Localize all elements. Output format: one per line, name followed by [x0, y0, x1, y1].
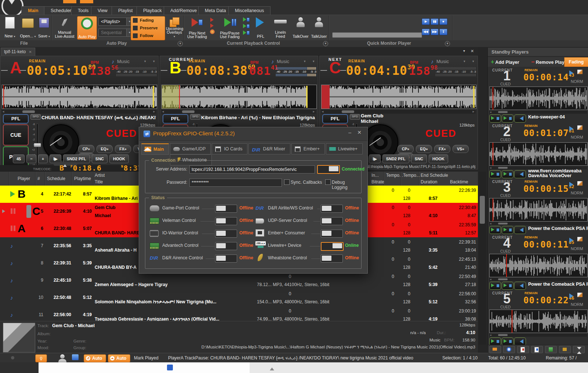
tab-miscellaneous[interactable]: Miscellaneous	[228, 6, 271, 15]
edit-icon[interactable]	[577, 125, 582, 130]
pfl-deck-button[interactable]: PFL	[3, 114, 29, 124]
standby-waveform[interactable]	[489, 87, 588, 110]
standby-scrollbar[interactable]: ◄	[489, 333, 587, 337]
mark-played-label[interactable]: Mark Played	[134, 355, 159, 361]
playback-group-expander[interactable]: ▾	[323, 41, 328, 46]
snd2pfl-button[interactable]: SND2 PFL	[382, 154, 409, 163]
play-next-button[interactable]	[502, 337, 513, 345]
tab-addremove[interactable]: Add/Remove	[164, 6, 203, 15]
play-pause-button[interactable]	[489, 337, 501, 345]
standby-waveform[interactable]	[489, 310, 588, 333]
chevron-down-icon[interactable]: ▾	[144, 59, 146, 63]
monitor-pause-button[interactable]: ▮▮	[431, 18, 439, 25]
fading-toggle[interactable]: Fading	[131, 17, 165, 24]
playlist-dropdown[interactable]: <Playlist>▾	[98, 18, 133, 26]
cp-button[interactable]: CP»	[398, 145, 414, 153]
talkuser-button[interactable]: TalkUser	[311, 16, 327, 39]
open-button[interactable]: Open... ▾	[19, 16, 37, 39]
talkover-button[interactable]: TalkOver	[291, 16, 310, 39]
cards-red-icon[interactable]	[517, 346, 529, 353]
iowarrior-toggle[interactable]	[215, 230, 237, 238]
dialog-tab-livewire[interactable]: Livewire+	[326, 143, 363, 154]
snc-button[interactable]: SNC	[411, 154, 427, 163]
dialog-titlebar[interactable]: ⇄ ProppFrexx GPIO-Client (4.2.5.2) – ✕	[139, 127, 367, 141]
play-icon[interactable]	[569, 182, 576, 187]
edit-icon[interactable]	[577, 237, 582, 241]
taskbar-up-arrow-icon[interactable]	[270, 365, 274, 370]
save-button[interactable]: Save ▾	[37, 16, 51, 39]
tab-playlist[interactable]: Playlist	[112, 6, 139, 15]
genre-dropdown[interactable]: Music	[436, 59, 449, 64]
advantech-toggle[interactable]	[215, 242, 237, 250]
debug-logging-checkbox[interactable]	[325, 179, 331, 185]
dialog-tab-io-cards[interactable]: IO Cards	[212, 143, 247, 154]
edit-icon[interactable]	[577, 293, 582, 297]
plus-button[interactable]: +	[38, 154, 48, 163]
spd-button[interactable]: SPD	[30, 114, 41, 120]
rewind-button[interactable]	[514, 114, 526, 122]
tab-metadata[interactable]: Meta Data	[198, 6, 233, 15]
auto-repeat-toggle[interactable]: ↺Auto	[84, 354, 106, 362]
rpm-45-button[interactable]: 45	[13, 154, 25, 163]
playlist-row[interactable]: ♪ 11 22:56:00 4:19 Tsegazeab Gebreslasie…	[0, 306, 478, 321]
velleman-toggle[interactable]	[215, 217, 237, 225]
wheatstone-toggle[interactable]	[321, 255, 343, 263]
waveform-scrollbar[interactable]: ◄►	[161, 110, 316, 114]
standby-scrollbar[interactable]: ◄	[489, 222, 587, 225]
server-address-input[interactable]	[189, 165, 315, 173]
waveform-scrollbar[interactable]: ◄►	[2, 110, 156, 114]
spd-button[interactable]: SPD	[190, 114, 200, 120]
monitor-group-expander[interactable]: ▾	[445, 41, 450, 46]
sync-callbacks-checkbox[interactable]	[284, 179, 290, 185]
tab-view[interactable]: View	[91, 6, 114, 15]
ember-consumer-toggle[interactable]	[321, 230, 343, 238]
eq-button[interactable]: EQ»	[416, 145, 432, 153]
lamp-button[interactable]: ϙ	[35, 354, 47, 362]
vs-button[interactable]: VS»	[453, 145, 469, 153]
playlist-scrollbar[interactable]	[479, 172, 486, 345]
spd-button[interactable]: SPD	[350, 114, 360, 120]
play-next-button[interactable]	[502, 282, 513, 290]
add-player-button[interactable]: + Add Player	[491, 58, 519, 66]
taskbar-app-icon[interactable]	[167, 365, 173, 370]
play-pause-button[interactable]	[489, 282, 501, 290]
pfl-button[interactable]: PFL	[252, 16, 269, 39]
play-next-use-fading-button[interactable]: Play Next Use Fading	[186, 16, 208, 39]
standby-waveform[interactable]	[489, 142, 588, 166]
dialog-tab-ember[interactable]: Ember+	[291, 143, 325, 154]
genre-dropdown[interactable]: Music	[277, 59, 289, 64]
dialog-tab-main[interactable]: Main	[141, 143, 169, 155]
udpserver-toggle[interactable]	[321, 217, 343, 225]
fading-button[interactable]: Fading	[564, 57, 588, 67]
play-pause-button[interactable]	[489, 226, 501, 234]
waveform-display[interactable]	[161, 85, 317, 109]
preserve-toggle[interactable]: Preserve	[131, 24, 165, 32]
snc-button[interactable]: SNC	[92, 154, 108, 163]
jump-button[interactable]: I▶	[369, 154, 381, 163]
pfl-deck-button[interactable]: PFL	[163, 114, 188, 124]
hook-button[interactable]: HOOK	[109, 154, 129, 163]
minus-button[interactable]: −	[26, 154, 36, 163]
play-pause-small-icons[interactable]	[242, 16, 250, 39]
rewind-button[interactable]	[514, 337, 526, 345]
remove-player-button[interactable]: − Remove Player	[531, 58, 569, 66]
password-input[interactable]	[189, 179, 282, 187]
tab-close-icon[interactable]: ✕	[29, 50, 32, 54]
pfl-deck-button[interactable]: PFL	[322, 114, 348, 124]
play-icon[interactable]	[569, 126, 576, 131]
fx-button[interactable]: FX»	[115, 145, 131, 153]
house-icon[interactable]	[559, 346, 571, 353]
cards-icon[interactable]	[531, 346, 543, 353]
play-next-button[interactable]	[502, 226, 513, 234]
panel-close-icon[interactable]: ✕	[471, 49, 474, 54]
document-tab[interactable]: tplf-11-keto✕	[1, 48, 35, 56]
livewire-toggle[interactable]	[321, 242, 344, 251]
standby-waveform[interactable]	[489, 198, 588, 222]
quick-access-button-1[interactable]	[63, 0, 76, 3]
chevron-down-icon[interactable]: ▾	[304, 59, 306, 63]
autoplay-group-expander[interactable]: ▾	[178, 41, 183, 46]
edit-icon[interactable]	[577, 70, 582, 74]
playlist-icon[interactable]	[72, 354, 79, 360]
hook-button[interactable]: HOOK	[429, 154, 448, 163]
upcoming-overlays-button[interactable]: Upcoming Overlays ▾	[166, 16, 183, 39]
